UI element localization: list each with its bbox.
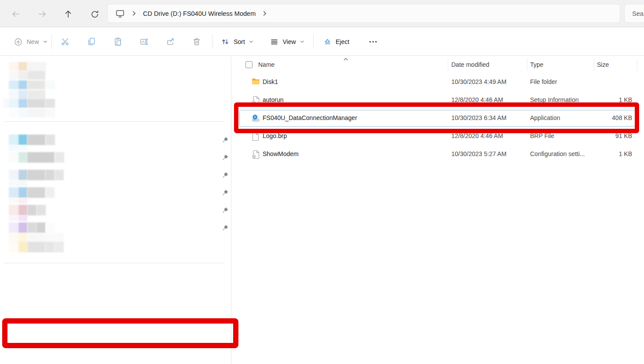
chevron-down-icon	[43, 39, 48, 44]
eject-button[interactable]: Eject	[318, 33, 355, 51]
tree-item[interactable]	[0, 290, 231, 306]
file-name[interactable]: Disk1	[263, 78, 278, 85]
blurred-block	[9, 109, 18, 117]
pin-icon[interactable]	[221, 154, 229, 161]
blurred-block	[18, 205, 27, 215]
view-button[interactable]: View	[267, 33, 308, 51]
pin-icon[interactable]	[221, 189, 229, 197]
paste-button[interactable]	[108, 33, 128, 51]
copy-button[interactable]	[82, 33, 101, 51]
file-row[interactable]: Logo.brp12/8/2020 4:46 AMBRP File91 KB	[231, 127, 644, 146]
file-icon	[252, 132, 259, 141]
tree-item[interactable]	[0, 273, 231, 288]
new-button[interactable]: New	[11, 33, 51, 51]
pin-icon[interactable]	[221, 224, 229, 232]
toolbar-separator	[212, 35, 212, 49]
toolbar-separator	[313, 35, 314, 49]
blurred-block	[9, 90, 18, 99]
breadcrumb-path[interactable]: CD Drive (D:) FS040U Wireless Modem	[143, 10, 256, 17]
tree-item[interactable]	[0, 308, 231, 324]
column-header-date[interactable]: Date modified	[451, 57, 489, 72]
config-file-icon	[252, 150, 260, 159]
pin-icon[interactable]	[221, 136, 229, 144]
blurred-block	[27, 242, 45, 252]
blurred-block	[18, 180, 27, 186]
share-icon	[165, 37, 175, 47]
breadcrumb-chevron-icon[interactable]	[261, 10, 268, 17]
eject-icon	[323, 37, 332, 47]
refresh-button[interactable]	[86, 8, 103, 20]
explorer-body: Name Date modified Type Size Disk110/30/…	[0, 56, 644, 364]
more-options-button[interactable]	[363, 33, 383, 51]
select-all-checkbox[interactable]	[245, 61, 252, 68]
command-bar: New A Sort View Eject	[0, 28, 644, 56]
folder-icon	[252, 78, 260, 85]
file-row[interactable]: ShowModem10/30/2023 5:27 AMConfiguration…	[231, 146, 644, 164]
blurred-block	[18, 90, 27, 99]
pin-icon[interactable]	[221, 171, 229, 179]
file-name[interactable]: Logo.brp	[263, 132, 287, 139]
chevron-down-icon	[249, 39, 254, 44]
column-header-type[interactable]: Type	[530, 57, 543, 72]
column-separator	[527, 59, 527, 71]
file-size: 1 KB	[579, 150, 632, 157]
blurred-block	[45, 99, 55, 108]
file-date-modified: 12/8/2020 4:46 AM	[451, 132, 503, 139]
file-explorer-window: CD Drive (D:) FS040U Wireless Modem Sea …	[0, 0, 644, 364]
file-type: BRP File	[530, 132, 554, 139]
blurred-block	[27, 99, 45, 108]
delete-button[interactable]	[187, 33, 206, 51]
blurred-block	[45, 187, 55, 198]
arrow-right-icon	[37, 9, 47, 19]
file-name[interactable]: FS040U_DataConnectionManager	[263, 114, 357, 121]
file-type: Application	[530, 114, 560, 121]
rename-button[interactable]: A	[134, 33, 154, 51]
this-pc-icon	[115, 9, 125, 18]
rename-icon: A	[139, 37, 149, 47]
column-separator	[448, 59, 448, 71]
cut-button[interactable]	[55, 33, 75, 51]
blurred-block	[18, 80, 27, 89]
forward-button[interactable]	[33, 8, 51, 20]
blurred-block	[9, 222, 18, 233]
blurred-block	[18, 135, 27, 145]
file-row[interactable]: autorun12/8/2020 4:46 AMSetup Informatio…	[231, 91, 644, 109]
blurred-block	[9, 80, 18, 89]
file-name[interactable]: autorun	[263, 96, 283, 103]
tree-item-selected[interactable]	[0, 325, 231, 341]
share-button[interactable]	[161, 33, 180, 51]
blurred-block	[55, 170, 64, 180]
blurred-block	[27, 205, 37, 215]
tree-item[interactable]	[0, 343, 231, 359]
tree-item[interactable]	[0, 360, 231, 364]
arrow-up-icon	[63, 9, 73, 19]
blurred-block	[45, 109, 55, 117]
blurred-block	[18, 187, 27, 198]
blurred-block	[55, 242, 64, 252]
column-header-name[interactable]: Name	[258, 57, 274, 72]
sort-button[interactable]: Sort	[217, 33, 257, 51]
back-button[interactable]	[7, 8, 25, 20]
blurred-block	[9, 135, 18, 145]
svg-text:A: A	[142, 40, 145, 44]
blurred-block	[18, 62, 27, 71]
blurred-block	[9, 205, 18, 215]
file-type: File folder	[530, 78, 557, 85]
view-list-icon	[270, 37, 279, 47]
search-input[interactable]: Sea	[624, 4, 644, 23]
sort-button-label: Sort	[234, 38, 245, 45]
column-header-size[interactable]: Size	[597, 57, 609, 72]
blurred-block	[9, 170, 18, 180]
refresh-icon	[90, 10, 99, 19]
address-bar[interactable]: CD Drive (D:) FS040U Wireless Modem	[107, 4, 620, 23]
file-row[interactable]: Disk110/30/2023 4:49 AMFile folder	[231, 73, 644, 91]
file-name[interactable]: ShowModem	[263, 150, 299, 157]
up-button[interactable]	[59, 8, 77, 20]
file-date-modified: 12/8/2020 4:46 AM	[451, 96, 503, 103]
blurred-block	[9, 62, 18, 71]
file-type: Configuration setti...	[530, 150, 585, 157]
arrow-left-icon	[11, 9, 21, 19]
blurred-block	[3, 99, 9, 108]
file-row[interactable]: FS040U_DataConnectionManager10/30/2023 6…	[231, 109, 644, 127]
pin-icon[interactable]	[221, 207, 229, 214]
